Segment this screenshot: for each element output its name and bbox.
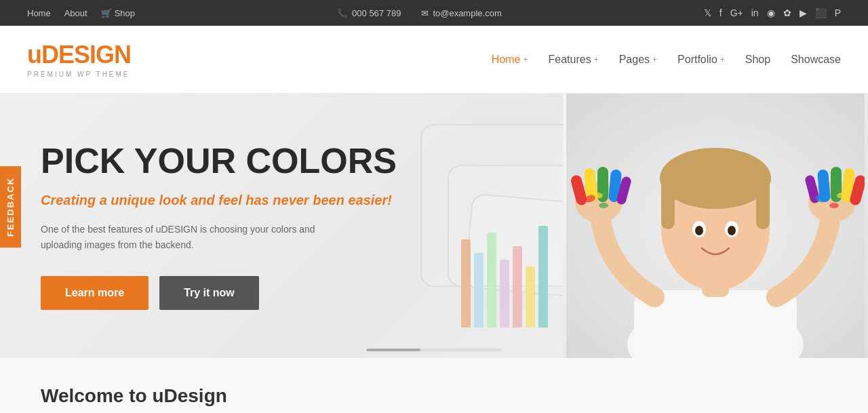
logo-u: u [27,41,41,68]
hero-buttons: Learn more Try it now [41,276,397,310]
phone-number: 000 567 789 [352,8,401,18]
topbar: Home About 🛒 Shop 📞 000 567 789 ✉ to@exa… [0,0,868,26]
child-svg [566,94,865,358]
facebook-icon[interactable]: f [719,7,722,18]
twitter-icon[interactable]: 𝕏 [704,7,711,18]
pinterest-icon[interactable]: P [835,7,841,18]
bar-orange [461,239,471,328]
email-info: ✉ to@example.com [421,8,501,18]
topbar-social: 𝕏 f G+ in ◉ ✿ ▶ ⬛ P [704,7,841,18]
email-address: to@example.com [433,8,501,18]
svg-point-28 [829,203,839,208]
topbar-shop-link[interactable]: 🛒 Shop [101,8,135,18]
svg-rect-7 [756,175,770,229]
phone-info: 📞 000 567 789 [337,8,401,18]
hero-section: PICK YOUR COLORS Creating a unique look … [0,94,868,358]
nav-features[interactable]: Features + [549,54,599,66]
bar-teal [538,226,548,328]
flickr-icon[interactable]: ⬛ [815,7,827,18]
hero-title: PICK YOUR COLORS [41,142,397,180]
gplus-icon[interactable]: G+ [730,7,743,18]
topbar-home-link[interactable]: Home [27,8,51,18]
phone-icon: 📞 [337,8,348,18]
below-hero-section: Welcome to uDesign [0,358,868,412]
bar-blue [474,253,484,328]
email-icon: ✉ [421,8,429,18]
nav-portfolio-plus: + [720,55,725,64]
logo[interactable]: uDESIGN PREMIUM WP THEME [27,41,131,78]
topbar-nav: Home About 🛒 Shop [27,8,135,18]
hero-image [563,94,868,358]
bar-green [487,233,496,328]
bar-red [513,246,522,328]
logo-text: uDESIGN [27,41,131,69]
bar-purple [500,260,509,328]
logo-tagline: PREMIUM WP THEME [27,71,131,78]
svg-rect-6 [661,175,675,229]
nav-home[interactable]: Home + [492,54,528,66]
nav-features-plus: + [594,55,599,64]
topbar-about-link[interactable]: About [64,8,87,18]
svg-point-10 [695,226,703,235]
hero-description: One of the best features of uDESIGN is c… [41,222,332,252]
bar-yellow [526,267,535,328]
svg-point-11 [728,226,736,235]
nav-shop[interactable]: Shop [745,54,770,66]
instagram-icon[interactable]: ◉ [767,7,775,18]
nav-showcase[interactable]: Showcase [791,54,841,66]
try-it-now-button[interactable]: Try it now [159,276,259,310]
hero-content: PICK YOUR COLORS Creating a unique look … [0,101,437,351]
main-nav: Home + Features + Pages + Portfolio + Sh… [492,54,841,66]
welcome-heading: Welcome to uDesign [41,385,827,407]
nav-portfolio[interactable]: Portfolio + [677,54,725,66]
topbar-contact: 📞 000 567 789 ✉ to@example.com [337,8,502,18]
feedback-tab[interactable]: FEEDBACK [0,165,21,247]
nav-pages-plus: + [652,55,657,64]
color-bars [461,219,548,328]
svg-point-5 [660,148,771,209]
nav-pages[interactable]: Pages + [619,54,657,66]
rss-icon[interactable]: ✿ [783,7,791,18]
header: uDESIGN PREMIUM WP THEME Home + Features… [0,26,868,94]
nav-home-plus: + [524,55,528,64]
cart-icon: 🛒 [101,8,112,18]
hero-subtitle: Creating a unique look and feel has neve… [41,193,397,208]
linkedin-icon[interactable]: in [751,7,759,18]
topbar-shop-label: Shop [115,8,135,18]
logo-design: DESIGN [41,41,131,68]
youtube-icon[interactable]: ▶ [800,7,807,18]
learn-more-button[interactable]: Learn more [41,276,149,310]
svg-point-19 [599,203,608,208]
